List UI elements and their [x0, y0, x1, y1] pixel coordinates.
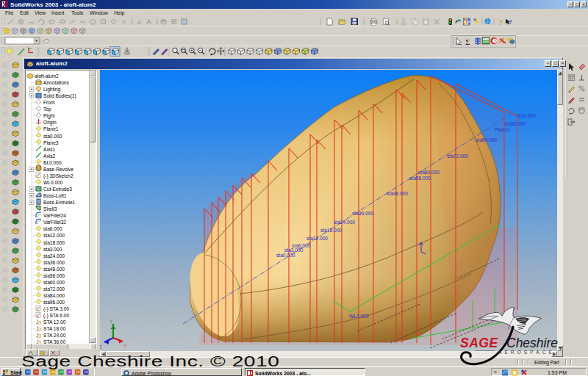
- svg-text:Origin: Origin: [43, 120, 57, 126]
- svg-text:Top: Top: [43, 106, 51, 112]
- svg-text:(-) 3DSketch2: (-) 3DSketch2: [43, 173, 74, 179]
- svg-text:Lighting: Lighting: [43, 87, 60, 93]
- svg-text:sta72.000: sta72.000: [43, 286, 65, 292]
- svg-text:Base-Revolve: Base-Revolve: [43, 167, 74, 172]
- svg-text:sta3.000: sta3.000: [284, 247, 304, 253]
- svg-text:Plane3: Plane3: [43, 140, 59, 145]
- svg-text:sta0.000: sta0.000: [276, 253, 295, 258]
- svg-text:sta48.000: sta48.000: [43, 267, 65, 272]
- svg-text:sta12.000: sta12.000: [306, 236, 328, 241]
- svg-text:Axis1: Axis1: [43, 147, 55, 152]
- svg-text:aloft-alum2: aloft-alum2: [35, 73, 59, 79]
- svg-text:sta24.000: sta24.000: [43, 253, 65, 258]
- svg-text:Solid Bodies(1): Solid Bodies(1): [43, 93, 76, 99]
- svg-text:Front: Front: [43, 100, 55, 105]
- svg-text:Shell3: Shell3: [43, 206, 57, 212]
- svg-text:VarFillet24: VarFillet24: [43, 213, 66, 218]
- svg-text:sta56.000: sta56.000: [409, 176, 431, 181]
- svg-text:?: ?: [499, 18, 503, 26]
- svg-text:(-) STA 6.00: (-) STA 6.00: [43, 313, 69, 319]
- svg-text:STA 24.00: STA 24.00: [43, 333, 66, 338]
- svg-text:WL0.000: WL0.000: [43, 180, 63, 185]
- svg-text:X: X: [123, 343, 127, 348]
- svg-text:Σ: Σ: [465, 37, 470, 46]
- svg-text:(-) STA 3.00: (-) STA 3.00: [43, 306, 69, 312]
- svg-text:sta60.000: sta60.000: [418, 170, 440, 175]
- svg-text:sta0.000: sta0.000: [43, 134, 62, 139]
- svg-text:Cheshire: Cheshire: [506, 336, 558, 350]
- svg-text:sta18.000: sta18.000: [43, 240, 65, 245]
- svg-text:sta48.000: sta48.000: [387, 191, 408, 196]
- svg-text:B10.000: B10.000: [517, 113, 536, 118]
- svg-text:SAGE: SAGE: [460, 336, 498, 350]
- svg-text:STA 18.00: STA 18.00: [43, 326, 66, 331]
- svg-text:sta6.000: sta6.000: [292, 243, 311, 248]
- svg-text:sta84.000: sta84.000: [476, 137, 497, 142]
- svg-text:sta6.000: sta6.000: [43, 226, 62, 231]
- svg-text:sta3.000: sta3.000: [43, 247, 62, 252]
- svg-text:sta72.000: sta72.000: [447, 153, 468, 159]
- svg-text:sta96.000: sta96.000: [504, 121, 526, 126]
- svg-text:sta96.000: sta96.000: [43, 300, 65, 305]
- svg-text:sta36.000: sta36.000: [43, 260, 65, 265]
- svg-text:Y: Y: [110, 319, 113, 324]
- svg-text:AEROSPACE: AEROSPACE: [498, 350, 555, 355]
- svg-text:sta36.000: sta36.000: [352, 211, 373, 216]
- svg-text:Boss-Loft1: Boss-Loft1: [43, 193, 67, 198]
- svg-text:Boss-Extrude1: Boss-Extrude1: [43, 200, 76, 205]
- svg-text:Cut-Extrude3: Cut-Extrude3: [43, 187, 72, 192]
- svg-text:sta56.000: sta56.000: [43, 273, 65, 278]
- svg-text:Plane1: Plane1: [43, 126, 59, 131]
- svg-text:sta18.000: sta18.000: [320, 228, 342, 233]
- svg-text:Plane1: Plane1: [495, 127, 510, 132]
- svg-text:sta12.000: sta12.000: [43, 233, 65, 238]
- svg-text:BL0.000: BL0.000: [43, 160, 62, 165]
- svg-text:?: ?: [509, 19, 512, 26]
- svg-text:Annotations: Annotations: [43, 80, 70, 85]
- svg-text:VarFillet32: VarFillet32: [43, 220, 66, 225]
- svg-text:sta24.000: sta24.000: [334, 220, 355, 225]
- svg-text:Right: Right: [43, 113, 55, 119]
- svg-text:WL0.000: WL0.000: [349, 314, 369, 319]
- svg-text:STA 12.00: STA 12.00: [43, 319, 66, 325]
- svg-text:Axis2: Axis2: [43, 153, 55, 159]
- svg-text:sta60.000: sta60.000: [43, 280, 65, 285]
- svg-text:sta84.000: sta84.000: [43, 293, 65, 298]
